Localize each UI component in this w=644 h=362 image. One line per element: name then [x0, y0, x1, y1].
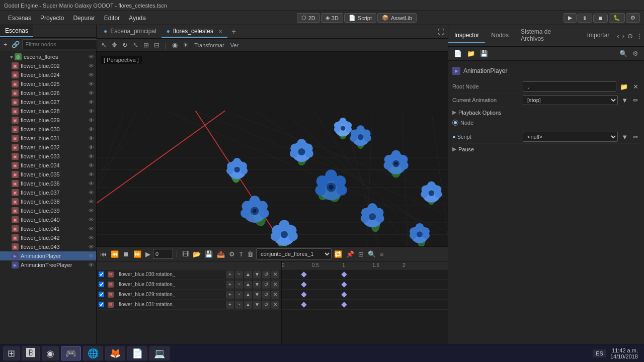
- anim-open[interactable]: 📂: [191, 249, 202, 259]
- menu-depurar[interactable]: Depurar: [69, 13, 99, 23]
- tree-item-flower_blue-035[interactable]: ▣flower_blue.035👁: [0, 170, 96, 179]
- tab-inspector[interactable]: Inspector: [448, 29, 485, 43]
- visibility-icon[interactable]: 👁: [89, 117, 94, 123]
- keyframe[interactable]: [301, 302, 306, 307]
- track-down[interactable]: ▼: [253, 291, 261, 299]
- anim-add-track[interactable]: 🎞: [181, 249, 190, 259]
- track-up[interactable]: ▲: [244, 270, 252, 279]
- anim-zoom[interactable]: 🔍: [366, 249, 377, 259]
- track-curve[interactable]: ~: [235, 270, 243, 279]
- anim-save[interactable]: 💾: [203, 249, 214, 259]
- visibility-icon[interactable]: 👁: [89, 90, 94, 96]
- visibility-icon[interactable]: 👁: [89, 72, 94, 78]
- visibility-icon[interactable]: 👁: [89, 63, 94, 69]
- keyframe[interactable]: [341, 272, 347, 277]
- tree-item-flower_blue-026[interactable]: ▣flower_blue.026👁: [0, 88, 96, 98]
- tree-item-flower_blue-043[interactable]: ▣flower_blue.043👁: [0, 242, 96, 251]
- tree-item-AnimationTreePlayer[interactable]: ▶AnimationTreePlayer👁: [0, 260, 96, 269]
- menu-ayuda[interactable]: Ayuda: [125, 13, 150, 23]
- anim-go-start[interactable]: ⏮: [99, 249, 108, 259]
- track-checkbox[interactable]: [99, 282, 104, 287]
- root-node-input[interactable]: [523, 81, 616, 92]
- anim-pin[interactable]: 📌: [345, 249, 356, 259]
- scale-tool[interactable]: ⤡: [131, 40, 140, 50]
- tree-item-flower_blue-031[interactable]: ▣flower_blue.031👁: [0, 134, 96, 143]
- track-add-key[interactable]: +: [226, 281, 234, 289]
- track-add-key[interactable]: +: [226, 291, 234, 299]
- track-delete[interactable]: ✕: [271, 291, 279, 299]
- track-up[interactable]: ▲: [244, 281, 252, 289]
- current-anim-select[interactable]: [stop]: [523, 95, 618, 105]
- move-tool[interactable]: ✥: [110, 40, 119, 50]
- filter-input[interactable]: [22, 39, 99, 49]
- visibility-icon[interactable]: 👁: [89, 135, 94, 141]
- anim-prev-frame[interactable]: ⏪: [109, 249, 120, 259]
- visibility-icon[interactable]: 👁: [89, 108, 94, 114]
- playback-section-header[interactable]: ▶ Playback Options: [452, 107, 640, 118]
- select-tool[interactable]: ↖: [100, 40, 108, 50]
- debug-button[interactable]: 🐛: [609, 13, 625, 23]
- visibility-icon[interactable]: 👁: [89, 153, 94, 159]
- track-checkbox[interactable]: [99, 272, 104, 277]
- anim-frame-input[interactable]: [153, 249, 173, 259]
- anim-snap[interactable]: ⊞: [357, 249, 365, 259]
- taskbar-chrome[interactable]: 🌐: [83, 346, 103, 360]
- tab-escenas[interactable]: Escenas: [0, 25, 33, 37]
- stop-button[interactable]: ⏹: [593, 14, 608, 23]
- view-tool[interactable]: ◉: [171, 40, 179, 50]
- script-edit-icon[interactable]: ✏: [631, 132, 640, 142]
- viewport[interactable]: [ Perspectiva ]: [97, 52, 448, 246]
- animation-select[interactable]: conjunto_de_flores_1 conjunto_flores_2 c…: [256, 248, 332, 259]
- tab-archivos[interactable]: Sistema de Archivos: [515, 25, 581, 46]
- inspector-node-icon[interactable]: 📄: [452, 49, 463, 58]
- visibility-icon[interactable]: 👁: [89, 262, 94, 268]
- taskbar-code[interactable]: 💻: [149, 346, 170, 360]
- visibility-icon[interactable]: 👁: [89, 180, 94, 187]
- tree-item-flower_blue-037[interactable]: ▣flower_blue.037👁: [0, 188, 96, 197]
- keyframe[interactable]: [341, 292, 347, 297]
- pause-button[interactable]: ⏸: [578, 14, 592, 23]
- pause-section-header[interactable]: ▶ Pause: [452, 144, 640, 154]
- track-checkbox[interactable]: [99, 302, 104, 307]
- tree-item-flower_blue-033[interactable]: ▣flower_blue.033👁: [0, 152, 96, 161]
- inspector-back[interactable]: ‹: [615, 31, 620, 41]
- add-node-button[interactable]: +: [2, 40, 9, 49]
- tree-item-flower_blue-039[interactable]: ▣flower_blue.039👁: [0, 206, 96, 215]
- track-add-key[interactable]: +: [226, 301, 234, 309]
- anim-export[interactable]: 📤: [215, 249, 226, 259]
- visibility-icon[interactable]: 👁: [89, 217, 94, 223]
- keyframe[interactable]: [301, 272, 306, 277]
- mode-script[interactable]: 📄 Script: [344, 13, 376, 23]
- visibility-icon[interactable]: 👁: [89, 162, 94, 168]
- grid-tool[interactable]: ⊟: [152, 40, 161, 50]
- track-reset[interactable]: ↺: [262, 301, 270, 309]
- tree-item-flower_blue-027[interactable]: ▣flower_blue.027👁: [0, 98, 96, 107]
- track-down[interactable]: ▼: [253, 281, 261, 289]
- tab-escena-principal[interactable]: ● Escena_principal: [99, 26, 162, 38]
- script-select-arrow[interactable]: ▼: [620, 132, 629, 142]
- visibility-icon[interactable]: 👁: [89, 126, 94, 132]
- track-reset[interactable]: ↺: [262, 281, 270, 289]
- visibility-icon[interactable]: 👁: [89, 244, 94, 250]
- tab-flores-celestes[interactable]: ● flores_celestes ✕: [162, 26, 227, 38]
- track-up[interactable]: ▲: [244, 301, 252, 309]
- anim-stop[interactable]: ⏹: [121, 249, 131, 259]
- inspector-search[interactable]: 🔍: [618, 49, 629, 58]
- visibility-icon[interactable]: 👁: [89, 208, 94, 214]
- snap-tool[interactable]: ⊞: [142, 40, 150, 50]
- visibility-icon[interactable]: 👁: [89, 171, 94, 177]
- visibility-icon[interactable]: 👁: [89, 190, 94, 196]
- tree-item-flower_blue-042[interactable]: ▣flower_blue.042👁: [0, 233, 96, 242]
- anim-edit-icon[interactable]: ✏: [631, 96, 640, 105]
- anim-next-frame[interactable]: ⏩: [132, 249, 143, 259]
- visibility-icon[interactable]: 👁: [89, 81, 94, 87]
- tree-item-flower_blue-041[interactable]: ▣flower_blue.041👁: [0, 224, 96, 233]
- add-tab-button[interactable]: +: [227, 25, 240, 38]
- track-up[interactable]: ▲: [244, 291, 252, 299]
- root-node-folder[interactable]: 📁: [618, 82, 629, 92]
- tree-item-flower_blue-029[interactable]: ▣flower_blue.029👁: [0, 116, 96, 125]
- track-delete[interactable]: ✕: [271, 301, 279, 309]
- keyframe[interactable]: [341, 302, 347, 307]
- taskbar-godot[interactable]: 🎮: [61, 346, 81, 360]
- tree-item-flower_blue-002[interactable]: ▣flower_blue.002👁: [0, 61, 96, 70]
